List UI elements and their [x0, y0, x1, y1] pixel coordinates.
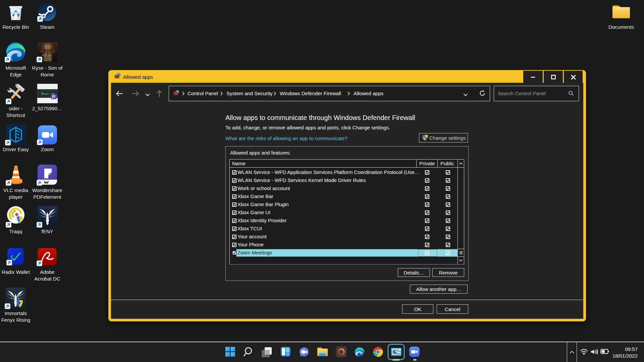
svg-text:RYSE: RYSE [42, 54, 53, 57]
svg-text:kyrrex: kyrrex [44, 93, 49, 95]
svg-text:SON OF ROME: SON OF ROME [42, 58, 53, 59]
